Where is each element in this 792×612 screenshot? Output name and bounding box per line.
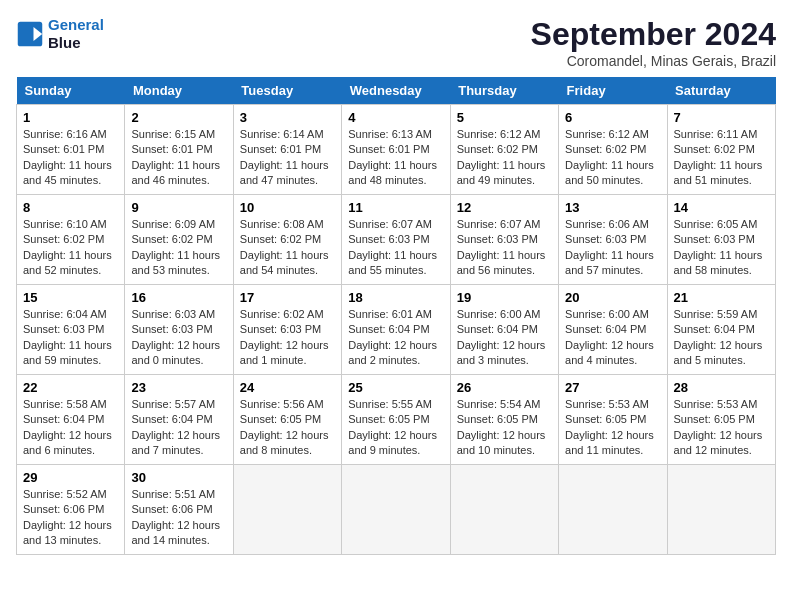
day-number: 19 [457,290,552,305]
day-info: Sunrise: 5:53 AM Sunset: 6:05 PM Dayligh… [565,397,660,459]
sunrise-label: Sunrise: 6:07 AM [457,218,541,230]
sunset-label: Sunset: 6:05 PM [674,413,755,425]
daylight-label: Daylight: 12 hours and 5 minutes. [674,339,763,366]
week-row-4: 22 Sunrise: 5:58 AM Sunset: 6:04 PM Dayl… [17,375,776,465]
sunrise-label: Sunrise: 6:04 AM [23,308,107,320]
weekday-header-tuesday: Tuesday [233,77,341,105]
sunset-label: Sunset: 6:02 PM [240,233,321,245]
calendar-cell: 11 Sunrise: 6:07 AM Sunset: 6:03 PM Dayl… [342,195,450,285]
calendar-cell: 14 Sunrise: 6:05 AM Sunset: 6:03 PM Dayl… [667,195,775,285]
day-number: 4 [348,110,443,125]
day-info: Sunrise: 5:54 AM Sunset: 6:05 PM Dayligh… [457,397,552,459]
calendar-cell [559,465,667,555]
sunset-label: Sunset: 6:03 PM [565,233,646,245]
calendar-cell: 7 Sunrise: 6:11 AM Sunset: 6:02 PM Dayli… [667,105,775,195]
sunset-label: Sunset: 6:01 PM [348,143,429,155]
sunset-label: Sunset: 6:03 PM [23,323,104,335]
daylight-label: Daylight: 12 hours and 0 minutes. [131,339,220,366]
day-number: 25 [348,380,443,395]
day-number: 12 [457,200,552,215]
sunset-label: Sunset: 6:02 PM [565,143,646,155]
sunset-label: Sunset: 6:02 PM [131,233,212,245]
sunset-label: Sunset: 6:03 PM [131,323,212,335]
day-info: Sunrise: 5:55 AM Sunset: 6:05 PM Dayligh… [348,397,443,459]
day-info: Sunrise: 6:13 AM Sunset: 6:01 PM Dayligh… [348,127,443,189]
daylight-label: Daylight: 11 hours and 55 minutes. [348,249,437,276]
day-info: Sunrise: 6:14 AM Sunset: 6:01 PM Dayligh… [240,127,335,189]
day-number: 11 [348,200,443,215]
daylight-label: Daylight: 12 hours and 2 minutes. [348,339,437,366]
sunrise-label: Sunrise: 5:58 AM [23,398,107,410]
daylight-label: Daylight: 12 hours and 4 minutes. [565,339,654,366]
week-row-5: 29 Sunrise: 5:52 AM Sunset: 6:06 PM Dayl… [17,465,776,555]
sunrise-label: Sunrise: 6:05 AM [674,218,758,230]
sunrise-label: Sunrise: 5:54 AM [457,398,541,410]
day-info: Sunrise: 6:12 AM Sunset: 6:02 PM Dayligh… [457,127,552,189]
day-number: 18 [348,290,443,305]
sunrise-label: Sunrise: 5:51 AM [131,488,215,500]
day-info: Sunrise: 6:08 AM Sunset: 6:02 PM Dayligh… [240,217,335,279]
week-row-1: 1 Sunrise: 6:16 AM Sunset: 6:01 PM Dayli… [17,105,776,195]
sunrise-label: Sunrise: 6:12 AM [457,128,541,140]
location: Coromandel, Minas Gerais, Brazil [531,53,776,69]
day-info: Sunrise: 6:07 AM Sunset: 6:03 PM Dayligh… [348,217,443,279]
day-info: Sunrise: 6:15 AM Sunset: 6:01 PM Dayligh… [131,127,226,189]
calendar-cell: 12 Sunrise: 6:07 AM Sunset: 6:03 PM Dayl… [450,195,558,285]
day-number: 17 [240,290,335,305]
daylight-label: Daylight: 11 hours and 58 minutes. [674,249,763,276]
day-number: 5 [457,110,552,125]
daylight-label: Daylight: 12 hours and 8 minutes. [240,429,329,456]
daylight-label: Daylight: 11 hours and 52 minutes. [23,249,112,276]
daylight-label: Daylight: 11 hours and 50 minutes. [565,159,654,186]
sunset-label: Sunset: 6:03 PM [240,323,321,335]
sunrise-label: Sunrise: 5:53 AM [565,398,649,410]
daylight-label: Daylight: 12 hours and 11 minutes. [565,429,654,456]
calendar-cell: 29 Sunrise: 5:52 AM Sunset: 6:06 PM Dayl… [17,465,125,555]
weekday-header-monday: Monday [125,77,233,105]
sunset-label: Sunset: 6:04 PM [23,413,104,425]
daylight-label: Daylight: 11 hours and 57 minutes. [565,249,654,276]
day-number: 14 [674,200,769,215]
weekday-header-friday: Friday [559,77,667,105]
calendar-cell: 13 Sunrise: 6:06 AM Sunset: 6:03 PM Dayl… [559,195,667,285]
sunrise-label: Sunrise: 6:11 AM [674,128,758,140]
sunrise-label: Sunrise: 5:53 AM [674,398,758,410]
day-info: Sunrise: 6:06 AM Sunset: 6:03 PM Dayligh… [565,217,660,279]
sunset-label: Sunset: 6:06 PM [23,503,104,515]
calendar-cell: 19 Sunrise: 6:00 AM Sunset: 6:04 PM Dayl… [450,285,558,375]
sunset-label: Sunset: 6:01 PM [131,143,212,155]
day-number: 26 [457,380,552,395]
day-number: 2 [131,110,226,125]
weekday-header-sunday: Sunday [17,77,125,105]
day-number: 27 [565,380,660,395]
daylight-label: Daylight: 11 hours and 51 minutes. [674,159,763,186]
sunrise-label: Sunrise: 6:15 AM [131,128,215,140]
calendar-cell: 28 Sunrise: 5:53 AM Sunset: 6:05 PM Dayl… [667,375,775,465]
day-number: 16 [131,290,226,305]
sunrise-label: Sunrise: 6:10 AM [23,218,107,230]
sunrise-label: Sunrise: 6:00 AM [457,308,541,320]
calendar-cell: 3 Sunrise: 6:14 AM Sunset: 6:01 PM Dayli… [233,105,341,195]
sunset-label: Sunset: 6:05 PM [240,413,321,425]
sunset-label: Sunset: 6:01 PM [23,143,104,155]
sunset-label: Sunset: 6:04 PM [348,323,429,335]
calendar-cell: 4 Sunrise: 6:13 AM Sunset: 6:01 PM Dayli… [342,105,450,195]
sunrise-label: Sunrise: 6:01 AM [348,308,432,320]
calendar-cell: 8 Sunrise: 6:10 AM Sunset: 6:02 PM Dayli… [17,195,125,285]
calendar-cell: 23 Sunrise: 5:57 AM Sunset: 6:04 PM Dayl… [125,375,233,465]
sunrise-label: Sunrise: 6:13 AM [348,128,432,140]
calendar-cell: 10 Sunrise: 6:08 AM Sunset: 6:02 PM Dayl… [233,195,341,285]
weekday-header-wednesday: Wednesday [342,77,450,105]
calendar-cell: 24 Sunrise: 5:56 AM Sunset: 6:05 PM Dayl… [233,375,341,465]
day-number: 20 [565,290,660,305]
weekday-header-saturday: Saturday [667,77,775,105]
calendar-cell: 21 Sunrise: 5:59 AM Sunset: 6:04 PM Dayl… [667,285,775,375]
sunset-label: Sunset: 6:02 PM [23,233,104,245]
day-number: 28 [674,380,769,395]
calendar-cell: 15 Sunrise: 6:04 AM Sunset: 6:03 PM Dayl… [17,285,125,375]
day-number: 1 [23,110,118,125]
calendar-cell: 18 Sunrise: 6:01 AM Sunset: 6:04 PM Dayl… [342,285,450,375]
week-row-3: 15 Sunrise: 6:04 AM Sunset: 6:03 PM Dayl… [17,285,776,375]
calendar-cell: 26 Sunrise: 5:54 AM Sunset: 6:05 PM Dayl… [450,375,558,465]
calendar-cell [667,465,775,555]
